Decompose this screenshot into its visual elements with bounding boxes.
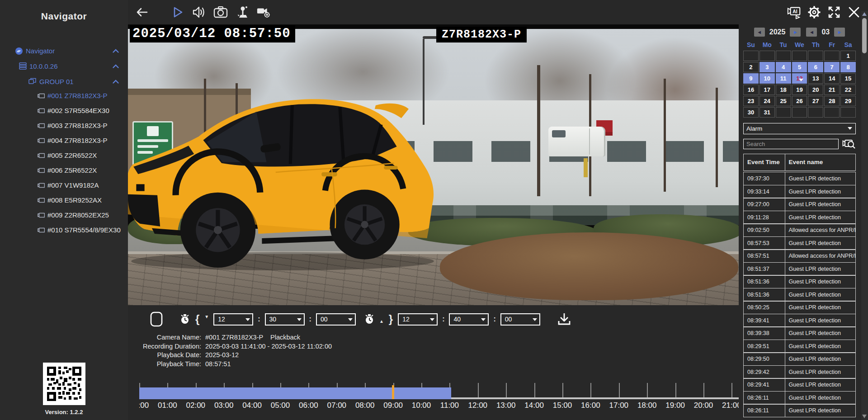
timeline[interactable]: 00:0001:0002:0003:0004:0005:0006:0007:00…	[139, 383, 739, 418]
calendar-day[interactable]: 28	[824, 96, 840, 106]
calendar-day[interactable]: 31	[760, 107, 775, 118]
download-button[interactable]	[557, 312, 572, 326]
calendar-day[interactable]: 4	[776, 62, 791, 72]
calendar-day[interactable]: 9	[743, 73, 759, 84]
event-row[interactable]: 08:29:41Guest LPR detection	[743, 379, 856, 392]
back-button[interactable]	[134, 5, 150, 20]
calendar-day[interactable]: 6	[808, 62, 823, 72]
event-row[interactable]: 08:29:51Guest LPR detection	[743, 340, 856, 353]
calendar-day[interactable]: 21	[824, 85, 840, 95]
event-row[interactable]: 08:50:25Guest LPR detection	[743, 302, 856, 315]
calendar-day[interactable]: 10	[760, 73, 775, 84]
calendar-day[interactable]: 22	[840, 85, 856, 95]
sidebar-camera-item[interactable]: #010 S7R5554/8/9EX30	[0, 226, 128, 235]
next-year-button[interactable]: ►	[790, 28, 801, 37]
event-row[interactable]: 08:29:42Guest LPR detection	[743, 366, 856, 379]
calendar-day[interactable]: 30	[743, 107, 759, 118]
sidebar-camera-item[interactable]: #001 Z7R8182X3-P	[0, 91, 128, 100]
calendar-day[interactable]: 7	[824, 62, 840, 72]
collapse-chevron-icon[interactable]	[113, 80, 119, 84]
calendar-day[interactable]: 11	[776, 73, 791, 84]
scroll-up-icon[interactable]	[862, 12, 867, 16]
calendar-day[interactable]: 29	[840, 96, 856, 106]
page-scrollbar[interactable]	[861, 11, 868, 420]
snapshot-button[interactable]	[213, 5, 228, 20]
scroll-down-icon[interactable]	[862, 415, 867, 418]
event-row[interactable]: 09:02:50Allowed access for ANPR/LPR	[743, 224, 856, 237]
timeline-recorded-bar[interactable]	[139, 387, 451, 399]
sidebar-camera-item[interactable]: #002 S7R5584EX30	[0, 106, 128, 115]
audio-button[interactable]	[191, 5, 207, 20]
calendar-day[interactable]: 8	[840, 62, 856, 72]
event-row[interactable]: 08:26:11Guest LPR detection	[743, 392, 856, 405]
prev-year-button[interactable]: ◄	[754, 28, 765, 37]
calendar-day[interactable]: 15	[840, 73, 856, 84]
sidebar-camera-item[interactable]: #005 Z2R6522X	[0, 151, 128, 160]
calendar-day[interactable]: 26	[792, 96, 807, 106]
scrollbar-thumb[interactable]	[862, 18, 867, 53]
calendar-day[interactable]: 17	[760, 85, 775, 95]
calendar-day[interactable]: 5	[792, 62, 807, 72]
timeline-empty-track[interactable]	[451, 397, 739, 399]
stop-button[interactable]	[150, 311, 163, 327]
event-row[interactable]: 08:51:37Guest LPR detection	[743, 263, 856, 276]
calendar-day[interactable]: 24	[760, 96, 775, 106]
calendar-day[interactable]: 13	[808, 73, 823, 84]
prev-month-button[interactable]: ◄	[806, 28, 817, 37]
timeline-playhead[interactable]	[392, 385, 394, 399]
camera-search-icon[interactable]	[842, 138, 856, 149]
ptz-button[interactable]	[235, 5, 250, 20]
start-second-select[interactable]: 00	[316, 313, 356, 326]
event-row[interactable]: 08:51:36Guest LPR detection	[743, 288, 856, 302]
event-row[interactable]: 09:37:30Guest LPR detection	[743, 173, 856, 186]
calendar-day[interactable]: 27	[808, 96, 823, 106]
calendar-day[interactable]: 3	[760, 62, 775, 72]
start-time-button[interactable]	[179, 313, 190, 326]
sidebar-camera-item[interactable]: #008 E5R9252AX	[0, 196, 128, 205]
end-minute-select[interactable]: 40	[449, 313, 489, 326]
event-row[interactable]: 08:39:41Guest LPR detection	[743, 314, 856, 327]
end-hour-select[interactable]: 12	[398, 313, 438, 326]
calendar-day[interactable]: 14	[824, 73, 840, 84]
event-filter-select[interactable]: Alarm	[743, 123, 856, 134]
calendar-day[interactable]: 19	[792, 85, 807, 95]
calendar-day[interactable]: 16	[743, 85, 759, 95]
start-minute-select[interactable]: 30	[265, 313, 305, 326]
collapse-chevron-icon[interactable]	[113, 64, 119, 68]
event-row[interactable]: 08:39:38Guest LPR detection	[743, 327, 856, 340]
search-input[interactable]	[743, 139, 839, 149]
ai-stream-button[interactable]: AI	[787, 5, 802, 20]
calendar-day[interactable]: 2	[743, 62, 759, 72]
calendar-day[interactable]: 18	[776, 85, 791, 95]
sidebar-camera-item[interactable]: #009 Z2R8052EX25	[0, 211, 128, 220]
settings-button[interactable]	[807, 5, 822, 20]
play-button[interactable]	[170, 5, 185, 20]
event-row[interactable]: 08:29:50Guest LPR detection	[743, 353, 856, 366]
event-row[interactable]: 08:26:11Guest LPR detection	[743, 405, 856, 418]
fullscreen-button[interactable]	[826, 5, 842, 20]
end-time-button[interactable]	[364, 313, 375, 326]
event-row[interactable]: 08:57:53Guest LPR detection	[743, 237, 856, 250]
tree-root-navigator[interactable]: Navigator	[0, 43, 128, 59]
sidebar-camera-item[interactable]: #007 V1W9182A	[0, 181, 128, 190]
event-row[interactable]: 09:11:28Guest LPR detection	[743, 211, 856, 224]
sidebar-camera-item[interactable]: #004 Z7R8182X3-P	[0, 136, 128, 145]
sidebar-camera-item[interactable]: #003 Z7R8182X3-P	[0, 121, 128, 130]
event-row[interactable]: 09:27:00Guest LPR detection	[743, 198, 856, 212]
event-row[interactable]: 08:51:36Guest LPR detection	[743, 276, 856, 289]
start-hour-select[interactable]: 12	[213, 313, 253, 326]
camera-settings-button[interactable]	[256, 5, 272, 20]
next-month-button[interactable]: ►	[834, 28, 845, 37]
close-button[interactable]	[846, 5, 862, 20]
tree-server-item[interactable]: 10.0.0.26	[0, 59, 128, 74]
calendar-day[interactable]: 1	[840, 51, 856, 61]
end-second-select[interactable]: 00	[500, 313, 540, 326]
calendar-day[interactable]: 23	[743, 96, 759, 106]
sidebar-camera-item[interactable]: #006 Z5R6522X	[0, 166, 128, 175]
collapse-chevron-icon[interactable]	[113, 49, 119, 53]
event-row[interactable]: 08:57:51Allowed access for ANPR/LPR	[743, 250, 856, 263]
calendar-day[interactable]: 12	[792, 73, 807, 84]
tree-group-item[interactable]: GROUP 01	[0, 74, 128, 90]
event-row[interactable]: 09:33:14Guest LPR detection	[743, 185, 856, 198]
calendar-day[interactable]: 20	[808, 85, 823, 95]
